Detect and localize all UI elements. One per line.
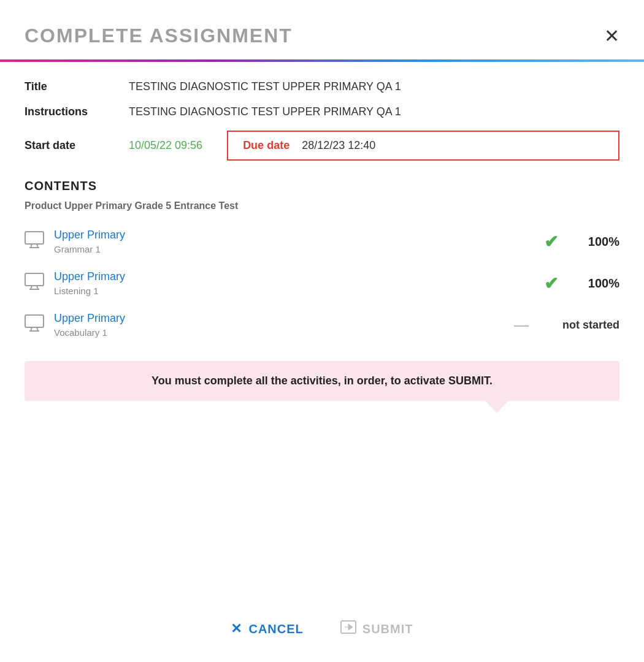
start-date-value: 10/05/22 09:56 bbox=[129, 139, 202, 152]
modal-body: Title TESTING DIAGNOSTIC TEST UPPER PRIM… bbox=[0, 62, 644, 602]
complete-assignment-modal: COMPLETE ASSIGNMENT ✕ Title TESTING DIAG… bbox=[0, 0, 644, 662]
item-info: Upper Primary Grammar 1 bbox=[54, 229, 544, 254]
title-row: Title TESTING DIAGNOSTIC TEST UPPER PRIM… bbox=[25, 80, 619, 93]
content-item-row: Upper Primary Listening 1 ✔ 100% bbox=[25, 265, 619, 301]
item-info: Upper Primary Vocabulary 1 bbox=[54, 312, 514, 338]
start-date-label: Start date bbox=[25, 139, 129, 152]
modal-footer: ✕ CANCEL SUBMIT bbox=[0, 602, 644, 662]
item-title[interactable]: Upper Primary bbox=[54, 229, 544, 242]
percent-label: 100% bbox=[577, 276, 619, 291]
svg-rect-4 bbox=[25, 273, 44, 286]
close-button[interactable]: ✕ bbox=[604, 27, 619, 45]
item-status: ✔ 100% bbox=[544, 273, 619, 294]
content-item-3: Upper Primary Vocabulary 1 — not started bbox=[25, 307, 619, 343]
cancel-x-icon: ✕ bbox=[231, 621, 242, 637]
modal-title: COMPLETE ASSIGNMENT bbox=[25, 25, 293, 47]
check-icon: ✔ bbox=[544, 232, 558, 252]
item-subtitle: Grammar 1 bbox=[54, 244, 544, 254]
svg-rect-8 bbox=[25, 315, 44, 327]
monitor-icon bbox=[25, 314, 44, 336]
content-item-1: Upper Primary Grammar 1 ✔ 100% bbox=[25, 224, 619, 259]
item-status: ✔ 100% bbox=[544, 232, 619, 252]
due-date-label: Due date bbox=[243, 139, 289, 152]
item-subtitle: Listening 1 bbox=[54, 286, 544, 296]
item-title[interactable]: Upper Primary bbox=[54, 312, 514, 325]
modal-header: COMPLETE ASSIGNMENT ✕ bbox=[0, 0, 644, 47]
submit-button[interactable]: SUBMIT bbox=[340, 620, 413, 637]
cancel-button[interactable]: ✕ CANCEL bbox=[231, 621, 303, 637]
due-date-box: Due date 28/12/23 12:40 bbox=[227, 131, 619, 161]
instructions-value: TESTING DIAGNOSTIC TEST UPPER PRIMARY QA… bbox=[129, 105, 401, 118]
item-subtitle: Vocabulary 1 bbox=[54, 327, 514, 338]
product-label: Product Upper Primary Grade 5 Entrance T… bbox=[25, 200, 619, 211]
warning-text: You must complete all the activities, in… bbox=[151, 375, 493, 387]
title-value: TESTING DIAGNOSTIC TEST UPPER PRIMARY QA… bbox=[129, 80, 401, 93]
warning-arrow bbox=[485, 400, 509, 413]
check-icon: ✔ bbox=[544, 273, 558, 294]
submit-icon bbox=[340, 620, 356, 637]
title-label: Title bbox=[25, 80, 129, 93]
due-date-value: 28/12/23 12:40 bbox=[302, 139, 375, 152]
dates-row: Start date 10/05/22 09:56 Due date 28/12… bbox=[25, 131, 619, 161]
content-item-2: Upper Primary Listening 1 ✔ 100% bbox=[25, 265, 619, 301]
item-info: Upper Primary Listening 1 bbox=[54, 270, 544, 296]
content-item-row: Upper Primary Vocabulary 1 — not started bbox=[25, 307, 619, 343]
warning-box: You must complete all the activities, in… bbox=[25, 361, 619, 401]
content-item-row: Upper Primary Grammar 1 ✔ 100% bbox=[25, 224, 619, 259]
monitor-icon bbox=[25, 231, 44, 253]
dash-icon: — bbox=[514, 316, 527, 333]
contents-heading: CONTENTS bbox=[25, 179, 619, 193]
instructions-row: Instructions TESTING DIAGNOSTIC TEST UPP… bbox=[25, 105, 619, 118]
item-status: — not started bbox=[514, 316, 619, 333]
cancel-label: CANCEL bbox=[248, 622, 303, 636]
percent-label: 100% bbox=[577, 235, 619, 249]
svg-rect-0 bbox=[25, 232, 44, 244]
instructions-label: Instructions bbox=[25, 105, 129, 118]
item-title[interactable]: Upper Primary bbox=[54, 270, 544, 283]
not-started-label: not started bbox=[546, 319, 619, 332]
submit-label: SUBMIT bbox=[362, 622, 413, 636]
monitor-icon bbox=[25, 273, 44, 294]
